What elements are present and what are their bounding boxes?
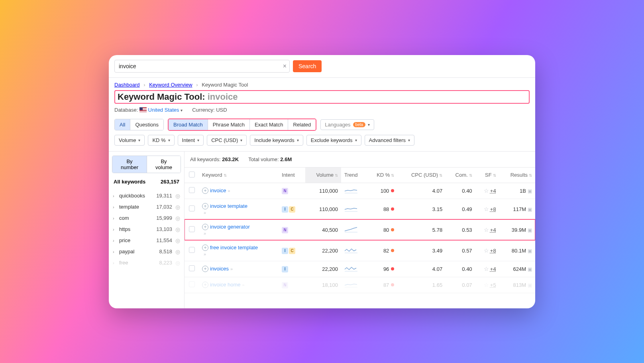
add-icon[interactable]: + [202, 245, 208, 251]
keyword-link[interactable]: invoice generator [210, 224, 250, 230]
group-count: 8,223 [159, 260, 172, 266]
star-icon: ☆ [484, 266, 489, 272]
stats-row: All keywords: 263.2K Total volume: 2.6M [185, 152, 535, 167]
serp-icon[interactable]: ▣ [528, 227, 532, 233]
cell-sf[interactable]: ☆+5 [475, 277, 499, 293]
cell-intent: N [279, 219, 305, 240]
col-sf[interactable]: SF⇅ [475, 167, 499, 183]
intent-badge-n: N [282, 282, 288, 288]
filter-kd-[interactable]: KD %▾ [148, 135, 174, 146]
tab-all[interactable]: All [115, 119, 130, 130]
sidebar-item-free[interactable]: ›free8,223◎ [112, 257, 181, 268]
row-checkbox[interactable] [189, 247, 195, 253]
sort-icon: ⇅ [335, 173, 338, 178]
col-volume[interactable]: Volume⇅ [305, 167, 341, 183]
db-label: Database: [114, 107, 138, 113]
cell-keyword: +invoice generator» [199, 219, 279, 240]
sidebar-total[interactable]: All keywords 263,157 [112, 176, 181, 188]
col-cpc[interactable]: CPC (USD)⇅ [397, 167, 446, 183]
cell-sf[interactable]: ☆+4 [475, 219, 499, 240]
tab-questions[interactable]: Questions [130, 119, 163, 130]
group-count: 19,311 [156, 193, 172, 199]
col-kd[interactable]: KD %⇅ [367, 167, 397, 183]
table-row: +invoice generator»N40,500805.780.53☆+43… [185, 219, 535, 240]
eye-icon[interactable]: ◎ [175, 237, 180, 244]
tab-by-number[interactable]: By number [112, 156, 147, 173]
cell-results: 813M▣ [499, 277, 535, 293]
filter-volume[interactable]: Volume▾ [114, 135, 145, 146]
allkw-value: 263.2K [222, 156, 239, 162]
serp-icon[interactable]: ▣ [528, 282, 532, 288]
topbar: × Search [109, 55, 535, 78]
row-checkbox[interactable] [189, 281, 195, 287]
row-checkbox[interactable] [189, 265, 195, 271]
row-checkbox[interactable] [189, 205, 195, 211]
clear-icon[interactable]: × [283, 63, 287, 70]
serp-icon[interactable]: ▣ [528, 207, 532, 212]
beta-badge: beta [353, 122, 365, 127]
add-icon[interactable]: + [202, 203, 208, 209]
cell-sf[interactable]: ☆+4 [475, 261, 499, 277]
add-icon[interactable]: + [202, 187, 208, 194]
db-value[interactable]: United States [148, 107, 179, 113]
database-selector[interactable]: Database: United States ▾ [114, 107, 183, 113]
kd-dot-icon [391, 249, 394, 252]
eye-icon[interactable]: ◎ [175, 215, 180, 221]
sidebar-item-quickbooks[interactable]: ›quickbooks19,311◎ [112, 190, 181, 201]
add-icon[interactable]: + [202, 266, 208, 272]
eye-icon[interactable]: ◎ [175, 249, 180, 255]
languages-selector[interactable]: Languages beta ▾ [320, 119, 374, 130]
cell-sf[interactable]: ☆+8 [475, 199, 499, 219]
crumb-overview[interactable]: Keyword Overview [149, 82, 192, 88]
sidebar-item-https[interactable]: ›https13,103◎ [112, 224, 181, 235]
keyword-link[interactable]: free invoice template [210, 245, 258, 251]
serp-icon[interactable]: ▣ [528, 188, 532, 194]
add-icon[interactable]: + [202, 282, 208, 288]
tab-exact-match[interactable]: Exact Match [249, 119, 288, 130]
eye-icon[interactable]: ◎ [175, 204, 180, 210]
search-button[interactable]: Search [293, 60, 322, 72]
tab-by-volume[interactable]: By volume [147, 156, 181, 173]
sidebar-item-paypal[interactable]: ›paypal8,518◎ [112, 246, 181, 257]
add-icon[interactable]: + [202, 224, 208, 230]
tab-broad-match[interactable]: Broad Match [169, 119, 208, 130]
cell-sf[interactable]: ☆+4 [475, 183, 499, 199]
filter-include-keywords[interactable]: Include keywords▾ [250, 135, 303, 146]
cell-volume: 110,000 [305, 183, 341, 199]
col-results[interactable]: Results⇅ [499, 167, 535, 183]
chevron-right-icon: › [196, 82, 198, 88]
col-com[interactable]: Com.⇅ [446, 167, 475, 183]
eye-icon[interactable]: ◎ [175, 226, 180, 233]
sidebar: By number By volume All keywords 263,157… [109, 152, 185, 308]
filter-advanced-filters[interactable]: Advanced filters▾ [365, 135, 415, 146]
cell-intent: N [279, 277, 305, 293]
cell-sf[interactable]: ☆+8 [475, 240, 499, 261]
filter-intent[interactable]: Intent▾ [178, 135, 204, 146]
sidebar-item-price[interactable]: ›price11,554◎ [112, 235, 181, 246]
tab-related[interactable]: Related [288, 119, 316, 130]
kd-dot-icon [391, 267, 394, 270]
col-checkbox[interactable] [185, 167, 199, 183]
eye-icon[interactable]: ◎ [175, 260, 180, 266]
row-checkbox[interactable] [189, 226, 195, 232]
row-checkbox[interactable] [189, 187, 195, 193]
search-input[interactable] [114, 60, 290, 73]
eye-icon[interactable]: ◎ [175, 193, 180, 199]
sidebar-item-template[interactable]: ›template17,032◎ [112, 201, 181, 213]
col-trend[interactable]: Trend [341, 167, 367, 183]
sidebar-item-com[interactable]: ›com15,999◎ [112, 213, 181, 224]
keyword-link[interactable]: invoice template [210, 203, 247, 209]
col-keyword[interactable]: Keyword⇅ [199, 167, 279, 183]
tab-phrase-match[interactable]: Phrase Match [208, 119, 249, 130]
filter-cpc-usd-[interactable]: CPC (USD)▾ [207, 135, 247, 146]
filter-exclude-keywords[interactable]: Exclude keywords▾ [306, 135, 361, 146]
cell-cpc: 4.07 [397, 183, 446, 199]
keyword-link[interactable]: invoice home [210, 282, 241, 288]
crumb-dashboard[interactable]: Dashboard [114, 82, 140, 88]
keyword-link[interactable]: invoice [210, 187, 226, 193]
col-intent[interactable]: Intent [279, 167, 305, 183]
star-icon: ☆ [484, 206, 489, 212]
keyword-link[interactable]: invoices [210, 266, 229, 272]
serp-icon[interactable]: ▣ [528, 248, 532, 254]
serp-icon[interactable]: ▣ [528, 266, 532, 272]
